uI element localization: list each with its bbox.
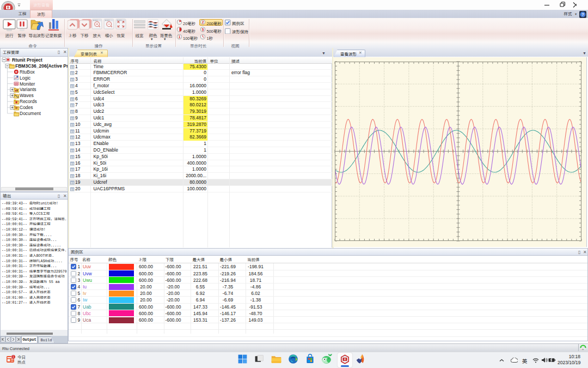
svg-text:abc: abc (581, 348, 585, 351)
svg-text:1: 1 (13, 355, 14, 358)
